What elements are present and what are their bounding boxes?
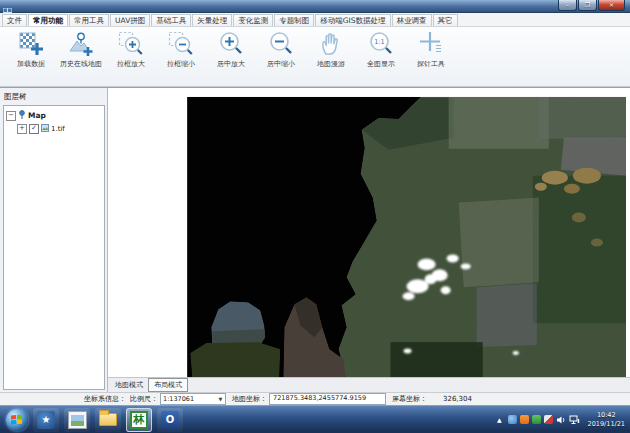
probe-icon [417,30,445,58]
forestry-app-icon: 林 [130,411,148,429]
taskbar-clock[interactable]: 10:42 2019/11/21 [588,411,625,429]
window-controls: – ❐ × [558,0,625,11]
scale-label: 比例尺： [130,394,158,404]
box-zoom-in-icon [117,30,145,58]
clock-time: 10:42 [588,411,625,420]
windows-logo-icon [11,414,23,425]
system-tray: ▲ 10:42 2019/11/21 [497,410,625,429]
full-extent-button[interactable]: 1:1 全图显示 [356,30,406,86]
taskbar-app-o[interactable]: O [157,408,183,432]
box-zoom-out-button[interactable]: 拉框缩小 [156,30,206,86]
titlebar: – ❐ × [0,0,630,13]
layer-tree-panel: 图层树 − Map + ✓ 1.tif [0,88,107,392]
tab-other[interactable]: 其它 [433,14,458,26]
tray-orange-icon[interactable] [520,415,529,424]
toolbar-button-label: 拉框放大 [117,59,145,69]
satellite-mosaic [108,88,630,377]
toolbar: 加载数据 历史在线地图 拉框放大 [0,27,630,87]
box-zoom-out-icon [167,30,195,58]
taskbar-app-forestry-gis[interactable]: 林 [126,408,152,432]
o-app-icon: O [161,411,179,429]
tray-blue-icon[interactable] [508,415,517,424]
center-zoom-in-icon [217,30,245,58]
map-view: 地图模式 布局模式 [107,88,630,392]
image-viewer-icon [68,411,87,429]
tree-node-label: 1.tif [51,125,65,133]
close-button[interactable]: × [598,0,625,11]
center-zoom-out-button[interactable]: 居中缩小 [256,30,306,86]
pan-hand-icon [317,30,345,58]
raster-layer-icon [41,124,49,134]
tab-map-mode[interactable]: 地图模式 [110,379,148,391]
expand-icon[interactable]: + [17,124,27,134]
statusbar: 坐标系信息： 比例尺： 1:137061 ▼ 地图坐标： 721875.3483… [0,392,630,405]
tab-vector-processing[interactable]: 矢量处理 [192,14,232,26]
history-online-map-icon [67,30,95,58]
clock-date: 2019/11/21 [588,420,625,429]
tab-forestry-survey[interactable]: 林业调查 [392,14,432,26]
history-online-map-button[interactable]: 历史在线地图 [56,30,106,86]
minimize-button[interactable]: – [558,0,577,11]
scale-combobox[interactable]: 1:137061 ▼ [160,393,226,405]
toolbar-button-label: 拉框缩小 [167,59,195,69]
pan-button[interactable]: 地图漫游 [306,30,356,86]
load-data-button[interactable]: 加载数据 [6,30,56,86]
toolbar-button-label: 加载数据 [17,59,45,69]
svg-text:1:1: 1:1 [374,38,384,46]
crs-label: 坐标系信息： [84,394,126,404]
center-zoom-in-button[interactable]: 居中放大 [206,30,256,86]
map-coord-label: 地图坐标： [232,394,267,404]
full-extent-icon: 1:1 [367,30,395,58]
tab-common-functions[interactable]: 常用功能 [28,14,68,26]
tab-mobile-gis-data[interactable]: 移动端GIS数据处理 [315,14,390,26]
map-pin-icon [18,110,26,121]
layer-tree[interactable]: − Map + ✓ 1.tif [3,105,105,390]
toolbar-button-label: 全图显示 [367,59,395,69]
tab-uav-mosaic[interactable]: UAV拼图 [110,14,150,26]
taskbar-app-image-viewer[interactable] [64,408,90,432]
collapse-icon[interactable]: − [6,111,16,121]
tree-node-label: Map [28,111,46,120]
tab-change-detection[interactable]: 变化监测 [233,14,273,26]
tree-node-layer[interactable]: + ✓ 1.tif [17,124,102,134]
taskbar: ★ 林 O ▲ 10:42 2019/11/21 [0,405,630,433]
toolbar-button-label: 地图漫游 [317,59,345,69]
tray-red-icon[interactable] [544,415,553,424]
map-canvas[interactable] [108,88,630,377]
layer-visibility-checkbox[interactable]: ✓ [29,124,39,134]
toolbar-button-label: 探针工具 [417,59,445,69]
scale-value: 1:137061 [161,395,216,403]
start-button[interactable] [6,409,28,431]
tab-layout-mode[interactable]: 布局模式 [148,378,188,392]
chevron-down-icon[interactable]: ▼ [216,396,225,402]
tray-green-icon[interactable] [532,415,541,424]
star-app-icon: ★ [37,411,55,429]
toolbar-button-label: 居中放大 [217,59,245,69]
screen-coord-label: 屏幕坐标： [392,394,427,404]
main-area: 图层树 − Map + ✓ 1.tif [0,87,630,392]
tab-common-tools[interactable]: 常用工具 [69,14,109,26]
tab-file[interactable]: 文件 [2,14,27,26]
map-mode-tabbar: 地图模式 布局模式 [108,377,630,392]
toolbar-button-label: 历史在线地图 [60,59,102,69]
tab-basic-tools[interactable]: 基础工具 [151,14,191,26]
toolbar-button-label: 居中缩小 [267,59,295,69]
volume-icon[interactable] [556,410,566,429]
network-icon[interactable] [569,410,580,429]
folder-icon [99,413,117,426]
taskbar-app-star[interactable]: ★ [33,408,59,432]
tray-expand-icon[interactable]: ▲ [497,416,502,423]
center-zoom-out-icon [267,30,295,58]
box-zoom-in-button[interactable]: 拉框放大 [106,30,156,86]
screen-coord-value: 326,304 [443,395,472,403]
map-coord-value: 721875.3483,2455774.9159 [269,393,386,405]
maximize-button[interactable]: ❐ [578,0,597,11]
ribbon-tabbar: 文件 常用功能 常用工具 UAV拼图 基础工具 矢量处理 变化监测 专题制图 移… [0,13,630,27]
probe-tool-button[interactable]: 探针工具 [406,30,456,86]
layer-tree-title: 图层树 [4,92,105,102]
tree-node-map[interactable]: − Map [6,110,102,121]
taskbar-app-explorer[interactable] [95,408,121,432]
load-data-icon [17,30,45,58]
tab-thematic-mapping[interactable]: 专题制图 [274,14,314,26]
